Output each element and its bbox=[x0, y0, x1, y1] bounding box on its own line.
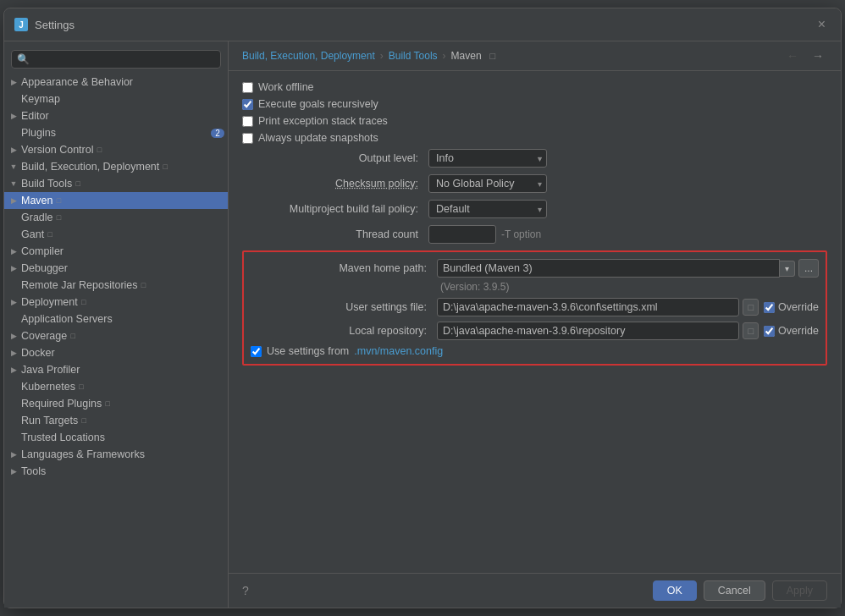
sidebar-item-tools[interactable]: ▶ Tools bbox=[4, 463, 228, 480]
user-settings-override-checkbox[interactable] bbox=[764, 302, 775, 313]
sidebar-item-compiler[interactable]: ▶ Compiler bbox=[4, 243, 228, 260]
collapse-icon: ▼ bbox=[8, 179, 19, 188]
search-box[interactable]: 🔍 bbox=[11, 50, 221, 69]
breadcrumb-part-3: Maven bbox=[451, 50, 482, 62]
print-exceptions-row: Print exception stack traces bbox=[242, 115, 827, 127]
breadcrumb-part-2[interactable]: Build Tools bbox=[389, 50, 438, 62]
nav-back[interactable]: ← bbox=[783, 48, 802, 63]
expand-icon: ▶ bbox=[8, 366, 19, 374]
thread-count-input[interactable] bbox=[428, 225, 496, 244]
sidebar-item-label: Run Targets bbox=[21, 415, 78, 426]
maven-version-row: (Version: 3.9.5) bbox=[251, 281, 819, 298]
local-repo-override-checkbox[interactable] bbox=[764, 326, 775, 337]
collapse-icon: ▼ bbox=[8, 162, 19, 171]
sidebar-item-required-plugins[interactable]: Required Plugins □ bbox=[4, 395, 228, 412]
work-offline-row: Work offline bbox=[242, 81, 827, 93]
output-level-select[interactable]: Info Debug Error bbox=[428, 149, 547, 168]
checksum-policy-select[interactable]: No Global Policy Fail Warn Ignore bbox=[428, 174, 547, 193]
maven-config-section: Maven home path: ▾ ... (Version: 3.9.5) bbox=[242, 250, 827, 366]
breadcrumb-part-1[interactable]: Build, Execution, Deployment bbox=[242, 50, 375, 62]
maven-home-dropdown-btn[interactable]: ▾ bbox=[780, 261, 795, 277]
always-update-checkbox[interactable] bbox=[242, 133, 253, 144]
cancel-button[interactable]: Cancel bbox=[704, 580, 765, 601]
maven-version-spacer bbox=[251, 281, 437, 298]
work-offline-checkbox[interactable] bbox=[242, 82, 253, 93]
sidebar-item-appearance[interactable]: ▶ Appearance & Behavior bbox=[4, 74, 228, 91]
local-repo-input[interactable] bbox=[437, 322, 739, 340]
sidebar-item-label: Plugins bbox=[21, 127, 56, 139]
sidebar-item-remote-jar[interactable]: Remote Jar Repositories □ bbox=[4, 277, 228, 294]
sidebar-item-label: Languages & Frameworks bbox=[21, 448, 145, 460]
sidebar-item-plugins[interactable]: Plugins 2 bbox=[4, 124, 228, 141]
sidebar-item-build-tools[interactable]: ▼ Build Tools □ bbox=[4, 175, 228, 192]
user-settings-input[interactable] bbox=[437, 298, 739, 316]
sidebar-item-java-profiler[interactable]: ▶ Java Profiler bbox=[4, 361, 228, 378]
print-exceptions-label[interactable]: Print exception stack traces bbox=[258, 115, 388, 127]
execute-goals-checkbox[interactable] bbox=[242, 99, 253, 110]
apply-button[interactable]: Apply bbox=[772, 580, 827, 601]
sidebar-item-gradle[interactable]: Gradle □ bbox=[4, 209, 228, 226]
expand-icon: ▶ bbox=[8, 467, 19, 476]
use-settings-link[interactable]: .mvn/maven.config bbox=[354, 345, 443, 357]
local-repo-override-label[interactable]: Override bbox=[778, 325, 819, 337]
sidebar-item-kubernetes[interactable]: Kubernetes □ bbox=[4, 378, 228, 395]
pin-icon: □ bbox=[67, 332, 79, 340]
sidebar-item-deployment[interactable]: ▶ Deployment □ bbox=[4, 294, 228, 311]
use-settings-checkbox[interactable] bbox=[251, 346, 262, 357]
sidebar-item-debugger[interactable]: ▶ Debugger bbox=[4, 260, 228, 277]
user-settings-override-label[interactable]: Override bbox=[778, 301, 819, 313]
sidebar-item-label: Required Plugins bbox=[21, 398, 102, 410]
sidebar-item-label: Gradle bbox=[21, 212, 53, 223]
user-settings-clear-btn[interactable]: □ bbox=[743, 299, 759, 316]
sidebar-item-label: Editor bbox=[21, 110, 49, 122]
use-settings-label[interactable]: Use settings from bbox=[267, 345, 349, 357]
ok-button[interactable]: OK bbox=[653, 580, 697, 601]
execute-goals-label[interactable]: Execute goals recursively bbox=[258, 98, 378, 110]
sidebar-item-keymap[interactable]: Keymap bbox=[4, 91, 228, 107]
always-update-row: Always update snapshots bbox=[242, 132, 827, 144]
pin-icon: □ bbox=[93, 146, 105, 154]
local-repo-label: Local repository: bbox=[251, 325, 437, 337]
breadcrumb-bar: Build, Execution, Deployment › Build Too… bbox=[229, 41, 841, 71]
sidebar-item-docker[interactable]: ▶ Docker bbox=[4, 344, 228, 361]
close-button[interactable]: × bbox=[813, 15, 831, 34]
sidebar-item-coverage[interactable]: ▶ Coverage □ bbox=[4, 327, 228, 344]
sidebar-item-run-targets[interactable]: Run Targets □ bbox=[4, 412, 228, 429]
maven-home-browse-btn[interactable]: ... bbox=[798, 259, 819, 278]
help-icon[interactable]: ? bbox=[242, 584, 249, 597]
search-icon: 🔍 bbox=[17, 53, 30, 65]
sidebar-item-languages[interactable]: ▶ Languages & Frameworks bbox=[4, 446, 228, 463]
local-repo-override: Override bbox=[764, 325, 819, 337]
search-input[interactable] bbox=[33, 53, 215, 65]
always-update-label[interactable]: Always update snapshots bbox=[258, 132, 378, 144]
sidebar-item-editor[interactable]: ▶ Editor bbox=[4, 107, 228, 124]
sidebar-item-app-servers[interactable]: Application Servers bbox=[4, 311, 228, 327]
sidebar-item-trusted-locations[interactable]: Trusted Locations bbox=[4, 429, 228, 446]
user-settings-row: User settings file: □ Override bbox=[251, 298, 819, 316]
sidebar-item-label: Maven bbox=[21, 195, 53, 206]
breadcrumb-sep-2: › bbox=[443, 50, 446, 62]
nav-forward[interactable]: → bbox=[809, 48, 827, 63]
dialog-footer: ? OK Cancel Apply bbox=[229, 573, 841, 608]
breadcrumb-hash: □ bbox=[490, 51, 496, 61]
maven-home-label: Maven home path: bbox=[251, 262, 437, 274]
sidebar-item-label: Build Tools bbox=[21, 178, 72, 190]
sidebar-item-label: Java Profiler bbox=[21, 364, 80, 376]
sidebar-item-label: Appearance & Behavior bbox=[21, 76, 133, 88]
pin-icon: □ bbox=[159, 162, 171, 171]
pin-icon: □ bbox=[44, 230, 56, 239]
sidebar-item-maven[interactable]: ▶ Maven □ bbox=[4, 192, 228, 209]
maven-home-input[interactable] bbox=[437, 259, 780, 278]
sidebar-item-build-execution[interactable]: ▼ Build, Execution, Deployment □ bbox=[4, 158, 228, 175]
sidebar-item-label: Deployment bbox=[21, 296, 78, 308]
expand-icon: ▶ bbox=[8, 349, 19, 357]
local-repo-clear-btn[interactable]: □ bbox=[743, 322, 759, 339]
local-repo-row: Local repository: □ Override bbox=[251, 322, 819, 340]
sidebar-item-label: Build, Execution, Deployment bbox=[21, 161, 159, 173]
print-exceptions-checkbox[interactable] bbox=[242, 116, 253, 127]
multiproject-select[interactable]: Default Never Fail After Current bbox=[428, 200, 547, 218]
checksum-policy-label: Checksum policy: bbox=[242, 178, 428, 190]
sidebar-item-version-control[interactable]: ▶ Version Control □ bbox=[4, 141, 228, 158]
sidebar-item-gant[interactable]: Gant □ bbox=[4, 226, 228, 243]
work-offline-label[interactable]: Work offline bbox=[258, 81, 314, 93]
